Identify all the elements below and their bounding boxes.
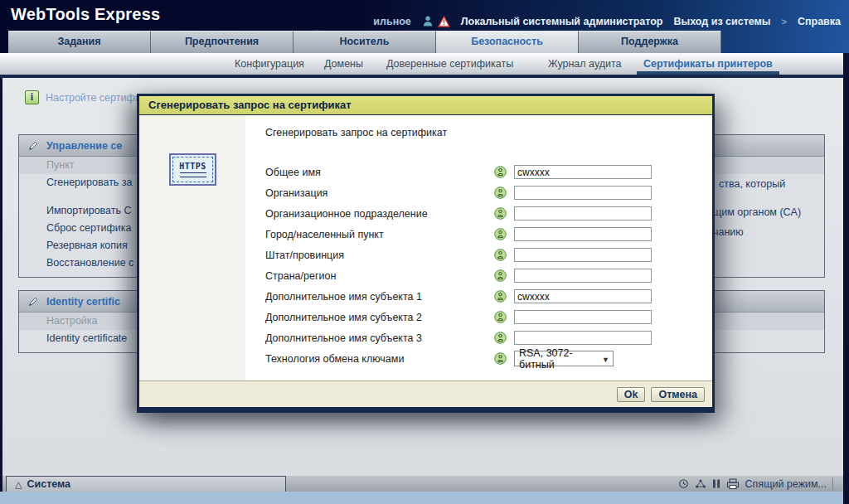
- field-label: Организация: [265, 187, 494, 199]
- field-keyboard-icon: [494, 187, 507, 199]
- field-keyboard-icon: [494, 207, 507, 220]
- generate-certificate-request-dialog: Сгенерировать запрос на сертификат HTTPS…: [137, 94, 715, 413]
- field-keyboard-icon: [494, 332, 507, 344]
- dialog-form-area: Сгенерировать запрос на сертификат Общее…: [245, 115, 712, 380]
- main-tab[interactable]: Задания: [8, 31, 151, 53]
- form-field-row: Штат/провинция: [265, 245, 652, 265]
- key-exchange-select[interactable]: RSA, 3072-битный: [514, 351, 614, 366]
- dialog-sidebar: HTTPS: [139, 115, 245, 380]
- help-link[interactable]: Справка: [798, 16, 841, 27]
- header-links: ильное Локальный системный администратор…: [373, 15, 841, 27]
- pencil-icon: [27, 296, 39, 308]
- field-label: Общее имя: [265, 167, 494, 178]
- dialog-footer: Ok Отмена: [139, 380, 712, 407]
- form-fields: Общее имя Организация Организационное по…: [265, 162, 652, 369]
- warning-icon: [438, 16, 450, 27]
- field-keyboard-icon: [494, 269, 507, 282]
- field-keyboard-icon: [494, 249, 507, 261]
- webtools-express-app: WebTools Express ильное Локальный систем…: [0, 0, 849, 504]
- field-input[interactable]: [514, 165, 652, 179]
- form-field-row: Дополнительное имя субъекта 1: [265, 286, 652, 307]
- main-tab[interactable]: Предпочтения: [151, 31, 294, 53]
- select-value: RSA, 3072-битный: [519, 347, 602, 371]
- field-label: Страна/регион: [265, 270, 494, 282]
- field-input[interactable]: [514, 289, 652, 303]
- main-tab[interactable]: Безопасность: [436, 31, 579, 53]
- truncated-text-fragment: ства, который: [719, 178, 785, 190]
- field-input[interactable]: [514, 310, 652, 324]
- cancel-button[interactable]: Отмена: [651, 387, 705, 402]
- panel-title: Управление се: [46, 140, 122, 152]
- main-tab[interactable]: Носитель: [294, 31, 436, 53]
- form-field-row: Организационное подразделение: [265, 203, 652, 224]
- main-tab[interactable]: Поддержка: [579, 31, 721, 53]
- field-keyboard-icon: [494, 228, 507, 240]
- field-label: Дополнительное имя субъекта 1: [265, 291, 494, 303]
- https-stamp-inner: HTTPS: [172, 157, 213, 182]
- dialog-body: HTTPS Сгенерировать запрос на сертификат…: [139, 115, 712, 380]
- field-keyboard-icon: [494, 311, 507, 323]
- ok-button[interactable]: Ok: [617, 387, 646, 402]
- system-status-tab[interactable]: Система: [6, 476, 286, 492]
- system-warning-triangle-icon: [15, 478, 22, 490]
- field-input[interactable]: [514, 206, 652, 220]
- field-label: Технология обмена ключами: [265, 353, 494, 365]
- form-field-row: Страна/регион: [265, 265, 652, 286]
- status-bar: Система Спящий режим...: [2, 476, 843, 492]
- status-bar-divider: [832, 477, 833, 490]
- user-icon: [422, 15, 434, 27]
- field-input[interactable]: [514, 227, 652, 241]
- field-label: Дополнительное имя субъекта 2: [265, 312, 494, 323]
- field-label: Город/населенный пункт: [265, 229, 494, 240]
- printer-icon: [726, 478, 740, 490]
- page-info-text: Настройте сертифи: [46, 92, 141, 104]
- field-label: Дополнительное имя субъекта 3: [265, 332, 494, 344]
- https-stamp-label: HTTPS: [179, 162, 206, 171]
- sleep-mode-status: Спящий режим...: [745, 478, 827, 490]
- dialog-heading: Сгенерировать запрос на сертификат: [265, 127, 447, 138]
- field-keyboard-icon: [494, 290, 507, 303]
- status-timer-icon: [678, 478, 689, 489]
- form-field-row: Дополнительное имя субъекта 3: [265, 327, 652, 348]
- field-label: Штат/провинция: [265, 250, 494, 261]
- pencil-icon: [27, 140, 39, 152]
- help-chevron-icon: >: [782, 17, 787, 27]
- field-label: Организационное подразделение: [265, 208, 494, 220]
- https-stamp-lines: [180, 172, 206, 177]
- network-icon: [695, 478, 706, 489]
- field-keyboard-icon: [494, 352, 507, 365]
- field-keyboard-icon: [494, 166, 507, 178]
- sub-tab-bar: КонфигурацияДоменыДоверенные сертификаты…: [0, 53, 843, 75]
- panel-title: Identity certific: [46, 296, 120, 308]
- form-field-row: Технология обмена ключами RSA, 3072-битн…: [265, 348, 652, 369]
- field-input[interactable]: [514, 186, 652, 200]
- truncated-text-fragment: щим органом (CA): [713, 206, 801, 218]
- form-field-row: Город/населенный пункт: [265, 224, 652, 245]
- header-truncated-link[interactable]: ильное: [373, 16, 410, 27]
- system-tab-label: Система: [27, 478, 70, 490]
- field-input[interactable]: [514, 331, 652, 345]
- bottom-blue-strip: [0, 492, 843, 504]
- status-bar-right: Спящий режим...: [678, 476, 833, 492]
- field-input[interactable]: [514, 248, 652, 262]
- pause-icon: [712, 478, 720, 489]
- dropdown-arrow-icon: [602, 353, 609, 365]
- field-input[interactable]: [514, 269, 652, 283]
- header-status-icons: [422, 15, 450, 27]
- admin-user-label: Локальный системный администратор: [461, 16, 663, 27]
- https-certificate-stamp-icon: HTTPS: [169, 153, 216, 186]
- logout-link[interactable]: Выход из системы: [673, 16, 770, 27]
- form-field-row: Дополнительное имя субъекта 2: [265, 307, 652, 327]
- app-title: WebTools Express: [11, 5, 160, 24]
- sub-tab[interactable]: Сертификаты принтеров: [643, 58, 773, 70]
- sub-tab[interactable]: Домены: [324, 58, 363, 70]
- dialog-title: Сгенерировать запрос на сертификат: [139, 96, 712, 115]
- sub-tab[interactable]: Журнал аудита: [548, 58, 622, 70]
- form-field-row: Организация: [265, 182, 652, 203]
- main-tab-bar: ЗаданияПредпочтенияНосительБезопасностьП…: [8, 31, 721, 53]
- form-field-row: Общее имя: [265, 162, 652, 182]
- truncated-text-fragment: чанию: [713, 226, 744, 238]
- info-icon: i: [25, 90, 39, 104]
- sub-tab[interactable]: Конфигурация: [235, 58, 304, 70]
- sub-tab[interactable]: Доверенные сертификаты: [386, 58, 513, 70]
